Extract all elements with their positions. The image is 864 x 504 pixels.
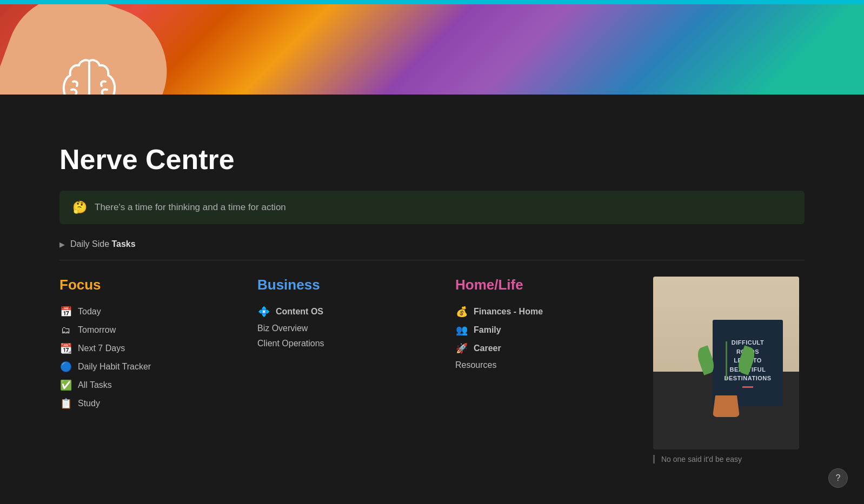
list-item[interactable]: 📆 Next 7 Days [59,342,236,355]
plant [710,341,742,417]
all-tasks-link[interactable]: All Tasks [78,380,112,390]
motivational-image: DIFFICULTROADSLEAD TOBEAUTIFULDESTINATIO… [653,277,799,449]
habit-icon: 🔵 [59,360,72,373]
calendar-week-icon: 📆 [59,342,72,355]
list-item[interactable]: 📋 Study [59,397,236,410]
list-item[interactable]: 🚀 Career [455,342,632,355]
help-button[interactable]: ? [828,468,848,488]
top-bar [0,0,864,4]
business-title: Business [257,277,434,293]
today-link[interactable]: Today [78,307,101,317]
homelife-links: 💰 Finances - Home 👥 Family 🚀 Career Reso… [455,305,632,370]
family-link[interactable]: Family [474,325,501,335]
career-link[interactable]: Career [474,344,501,353]
client-operations-link[interactable]: Client Operations [257,339,324,348]
list-item[interactable]: 👥 Family [455,324,632,337]
list-item[interactable]: 💠 Content OS [257,305,434,318]
habit-tracker-link[interactable]: Daily Habit Tracker [78,362,151,372]
next7days-link[interactable]: Next 7 Days [78,344,125,353]
content-os-link[interactable]: Content OS [276,307,323,317]
quote-text: There's a time for thinking and a time f… [95,202,286,213]
homelife-column: Home/Life 💰 Finances - Home 👥 Family 🚀 C… [455,277,653,463]
toggle-arrow: ▶ [59,240,65,248]
finances-home-link[interactable]: Finances - Home [474,307,543,317]
page-title: Nerve Centre [59,143,805,176]
finances-icon: 💰 [455,305,468,318]
plant-pot [713,395,740,417]
banner-art [0,0,864,95]
list-item[interactable]: 🗂 Tomorrow [59,324,236,337]
quote-box: 🤔 There's a time for thinking and a time… [59,191,805,224]
calendar-icon: 📅 [59,305,72,318]
list-item[interactable]: 💰 Finances - Home [455,305,632,318]
focus-links: 📅 Today 🗂 Tomorrow 📆 Next 7 Days 🔵 Daily… [59,305,236,410]
list-item[interactable]: 🔵 Daily Habit Tracker [59,360,236,373]
sign-accent [742,386,753,388]
brain-icon [54,55,124,95]
notebook-icon: 📋 [59,397,72,410]
list-item[interactable]: ✅ All Tasks [59,379,236,392]
list-item[interactable]: Resources [455,360,632,370]
focus-title: Focus [59,277,236,293]
business-links: 💠 Content OS Biz Overview Client Operati… [257,305,434,348]
business-column: Business 💠 Content OS Biz Overview Clien… [257,277,455,463]
toggle-label: Daily Side Tasks [70,239,136,249]
image-section: DIFFICULTROADSLEAD TOBEAUTIFULDESTINATIO… [653,277,805,463]
study-link[interactable]: Study [78,399,100,408]
folder-icon: 🗂 [59,324,72,337]
family-icon: 👥 [455,324,468,337]
focus-column: Focus 📅 Today 🗂 Tomorrow 📆 Next 7 Days 🔵… [59,277,257,463]
list-item[interactable]: 📅 Today [59,305,236,318]
tomorrow-link[interactable]: Tomorrow [78,325,116,335]
homelife-title: Home/Life [455,277,632,293]
check-icon: ✅ [59,379,72,392]
image-caption: No one said it'd be easy [653,455,805,463]
columns-wrapper: Focus 📅 Today 🗂 Tomorrow 📆 Next 7 Days 🔵… [59,277,805,463]
main-content: Nerve Centre 🤔 There's a time for thinki… [0,95,864,485]
list-item[interactable]: Biz Overview [257,324,434,333]
career-icon: 🚀 [455,342,468,355]
toggle-row[interactable]: ▶ Daily Side Tasks [59,239,805,260]
content-icon: 💠 [257,305,270,318]
quote-emoji: 🤔 [72,200,87,214]
biz-overview-link[interactable]: Biz Overview [257,324,308,333]
resources-link[interactable]: Resources [455,360,496,370]
list-item[interactable]: Client Operations [257,339,434,348]
header-banner [0,0,864,95]
